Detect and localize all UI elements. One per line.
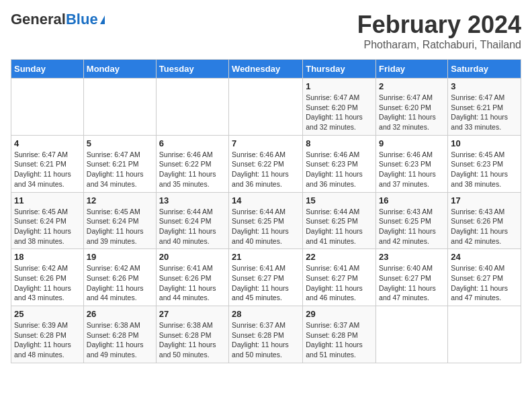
day-info: Sunrise: 6:41 AM Sunset: 6:27 PM Dayligh… xyxy=(232,263,300,303)
day-info: Sunrise: 6:45 AM Sunset: 6:24 PM Dayligh… xyxy=(14,207,81,246)
day-number: 14 xyxy=(232,195,300,205)
calendar-cell: 6Sunrise: 6:46 AM Sunset: 6:22 PM Daylig… xyxy=(156,135,228,192)
day-info: Sunrise: 6:38 AM Sunset: 6:28 PM Dayligh… xyxy=(87,320,153,360)
day-info: Sunrise: 6:46 AM Sunset: 6:23 PM Dayligh… xyxy=(379,150,445,189)
calendar-cell: 9Sunrise: 6:46 AM Sunset: 6:23 PM Daylig… xyxy=(376,135,448,192)
weekday-header: Sunday xyxy=(11,60,84,79)
day-number: 12 xyxy=(87,195,153,205)
logo-general: General xyxy=(11,11,66,28)
day-info: Sunrise: 6:44 AM Sunset: 6:25 PM Dayligh… xyxy=(232,207,300,246)
day-number: 27 xyxy=(159,309,226,319)
day-number: 6 xyxy=(159,138,226,148)
day-info: Sunrise: 6:39 AM Sunset: 6:28 PM Dayligh… xyxy=(14,320,81,360)
weekday-header: Thursday xyxy=(303,60,376,79)
calendar-cell: 11Sunrise: 6:45 AM Sunset: 6:24 PM Dayli… xyxy=(11,192,84,249)
day-info: Sunrise: 6:40 AM Sunset: 6:27 PM Dayligh… xyxy=(379,263,445,303)
calendar-cell: 27Sunrise: 6:38 AM Sunset: 6:28 PM Dayli… xyxy=(156,306,228,363)
day-number: 9 xyxy=(379,138,445,148)
calendar-cell: 23Sunrise: 6:40 AM Sunset: 6:27 PM Dayli… xyxy=(376,249,448,306)
calendar-week-row: 11Sunrise: 6:45 AM Sunset: 6:24 PM Dayli… xyxy=(11,192,521,249)
day-info: Sunrise: 6:40 AM Sunset: 6:27 PM Dayligh… xyxy=(451,263,518,303)
day-info: Sunrise: 6:47 AM Sunset: 6:20 PM Dayligh… xyxy=(379,93,445,132)
calendar-cell: 17Sunrise: 6:43 AM Sunset: 6:26 PM Dayli… xyxy=(448,192,521,249)
day-number: 23 xyxy=(379,252,445,262)
day-number: 29 xyxy=(306,309,373,319)
calendar-cell: 21Sunrise: 6:41 AM Sunset: 6:27 PM Dayli… xyxy=(229,249,303,306)
calendar-cell: 10Sunrise: 6:45 AM Sunset: 6:23 PM Dayli… xyxy=(448,135,521,192)
calendar-cell: 1Sunrise: 6:47 AM Sunset: 6:20 PM Daylig… xyxy=(303,79,376,136)
day-number: 19 xyxy=(87,252,153,262)
day-number: 5 xyxy=(87,138,153,148)
day-info: Sunrise: 6:41 AM Sunset: 6:26 PM Dayligh… xyxy=(159,263,226,303)
calendar-cell: 26Sunrise: 6:38 AM Sunset: 6:28 PM Dayli… xyxy=(83,306,156,363)
calendar-cell xyxy=(229,79,303,136)
day-info: Sunrise: 6:47 AM Sunset: 6:21 PM Dayligh… xyxy=(87,150,153,189)
day-number: 18 xyxy=(14,252,81,262)
day-info: Sunrise: 6:37 AM Sunset: 6:28 PM Dayligh… xyxy=(306,320,373,360)
day-number: 8 xyxy=(306,138,373,148)
calendar-cell: 2Sunrise: 6:47 AM Sunset: 6:20 PM Daylig… xyxy=(376,79,448,136)
day-number: 4 xyxy=(14,138,81,148)
day-number: 21 xyxy=(232,252,300,262)
day-info: Sunrise: 6:46 AM Sunset: 6:22 PM Dayligh… xyxy=(232,150,300,189)
weekday-header: Friday xyxy=(376,60,448,79)
calendar-cell: 18Sunrise: 6:42 AM Sunset: 6:26 PM Dayli… xyxy=(11,249,84,306)
calendar-cell: 25Sunrise: 6:39 AM Sunset: 6:28 PM Dayli… xyxy=(11,306,84,363)
logo-blue: Blue xyxy=(66,11,98,28)
weekday-header-row: SundayMondayTuesdayWednesdayThursdayFrid… xyxy=(11,60,521,79)
day-number: 16 xyxy=(379,195,445,205)
calendar-cell: 8Sunrise: 6:46 AM Sunset: 6:23 PM Daylig… xyxy=(303,135,376,192)
weekday-header: Monday xyxy=(83,60,156,79)
calendar-cell: 16Sunrise: 6:43 AM Sunset: 6:25 PM Dayli… xyxy=(376,192,448,249)
calendar-cell xyxy=(448,306,521,363)
calendar-week-row: 25Sunrise: 6:39 AM Sunset: 6:28 PM Dayli… xyxy=(11,306,521,363)
page-header: General Blue February 2024 Photharam, Ra… xyxy=(11,11,521,51)
day-number: 10 xyxy=(451,138,518,148)
calendar-cell: 12Sunrise: 6:45 AM Sunset: 6:24 PM Dayli… xyxy=(83,192,156,249)
calendar-cell: 28Sunrise: 6:37 AM Sunset: 6:28 PM Dayli… xyxy=(229,306,303,363)
calendar-cell: 20Sunrise: 6:41 AM Sunset: 6:26 PM Dayli… xyxy=(156,249,228,306)
logo: General Blue xyxy=(11,11,105,28)
day-info: Sunrise: 6:47 AM Sunset: 6:21 PM Dayligh… xyxy=(451,93,518,132)
day-info: Sunrise: 6:38 AM Sunset: 6:28 PM Dayligh… xyxy=(159,320,226,360)
day-info: Sunrise: 6:46 AM Sunset: 6:22 PM Dayligh… xyxy=(159,150,226,189)
day-number: 3 xyxy=(451,81,518,91)
calendar-cell: 15Sunrise: 6:44 AM Sunset: 6:25 PM Dayli… xyxy=(303,192,376,249)
calendar-table: SundayMondayTuesdayWednesdayThursdayFrid… xyxy=(11,59,521,363)
calendar-week-row: 18Sunrise: 6:42 AM Sunset: 6:26 PM Dayli… xyxy=(11,249,521,306)
calendar-cell: 29Sunrise: 6:37 AM Sunset: 6:28 PM Dayli… xyxy=(303,306,376,363)
day-number: 17 xyxy=(451,195,518,205)
day-number: 7 xyxy=(232,138,300,148)
day-info: Sunrise: 6:47 AM Sunset: 6:21 PM Dayligh… xyxy=(14,150,81,189)
calendar-cell xyxy=(83,79,156,136)
title-block: February 2024 Photharam, Ratchaburi, Tha… xyxy=(357,11,521,51)
calendar-cell xyxy=(11,79,84,136)
day-number: 13 xyxy=(159,195,226,205)
calendar-cell: 22Sunrise: 6:41 AM Sunset: 6:27 PM Dayli… xyxy=(303,249,376,306)
calendar-cell: 19Sunrise: 6:42 AM Sunset: 6:26 PM Dayli… xyxy=(83,249,156,306)
calendar-cell: 14Sunrise: 6:44 AM Sunset: 6:25 PM Dayli… xyxy=(229,192,303,249)
location: Photharam, Ratchaburi, Thailand xyxy=(357,39,521,51)
month-year: February 2024 xyxy=(357,11,521,39)
day-number: 11 xyxy=(14,195,81,205)
calendar-cell xyxy=(376,306,448,363)
day-info: Sunrise: 6:37 AM Sunset: 6:28 PM Dayligh… xyxy=(232,320,300,360)
day-info: Sunrise: 6:43 AM Sunset: 6:26 PM Dayligh… xyxy=(451,207,518,246)
day-number: 20 xyxy=(159,252,226,262)
day-info: Sunrise: 6:41 AM Sunset: 6:27 PM Dayligh… xyxy=(306,263,373,303)
day-number: 2 xyxy=(379,81,445,91)
day-number: 24 xyxy=(451,252,518,262)
calendar-cell: 13Sunrise: 6:44 AM Sunset: 6:24 PM Dayli… xyxy=(156,192,228,249)
calendar-cell xyxy=(156,79,228,136)
day-info: Sunrise: 6:47 AM Sunset: 6:20 PM Dayligh… xyxy=(306,93,373,132)
calendar-cell: 4Sunrise: 6:47 AM Sunset: 6:21 PM Daylig… xyxy=(11,135,84,192)
calendar-cell: 24Sunrise: 6:40 AM Sunset: 6:27 PM Dayli… xyxy=(448,249,521,306)
day-info: Sunrise: 6:44 AM Sunset: 6:24 PM Dayligh… xyxy=(159,207,226,246)
day-info: Sunrise: 6:42 AM Sunset: 6:26 PM Dayligh… xyxy=(87,263,153,303)
day-number: 28 xyxy=(232,309,300,319)
weekday-header: Saturday xyxy=(448,60,521,79)
day-info: Sunrise: 6:46 AM Sunset: 6:23 PM Dayligh… xyxy=(306,150,373,189)
calendar-cell: 7Sunrise: 6:46 AM Sunset: 6:22 PM Daylig… xyxy=(229,135,303,192)
day-number: 15 xyxy=(306,195,373,205)
weekday-header: Tuesday xyxy=(156,60,228,79)
